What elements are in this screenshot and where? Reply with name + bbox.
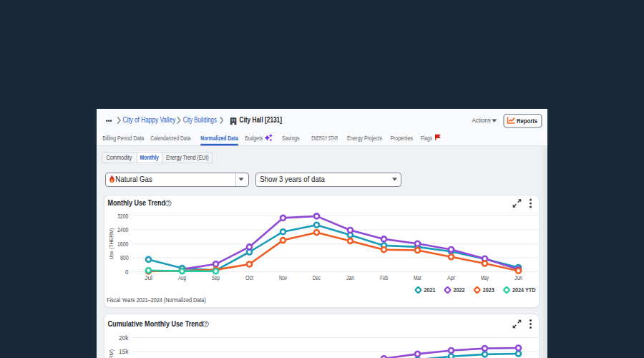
svg-text:Billing Period Data: Billing Period Data xyxy=(102,135,144,142)
svg-text:Jul: Jul xyxy=(145,274,152,281)
svg-text:0: 0 xyxy=(125,268,129,276)
svg-text:2024 YTD: 2024 YTD xyxy=(512,286,536,294)
svg-text:Natural Gas: Natural Gas xyxy=(115,175,152,183)
svg-text:Normalized Data: Normalized Data xyxy=(200,135,238,142)
svg-text:Energy Trend (EUI): Energy Trend (EUI) xyxy=(166,154,209,161)
svg-text:Properties: Properties xyxy=(390,135,413,142)
svg-text:Cumulative Monthly Use Trend: Cumulative Monthly Use Trend xyxy=(108,320,203,328)
svg-text:800: 800 xyxy=(120,254,129,261)
svg-text:Monthly: Monthly xyxy=(140,154,159,161)
svg-text:Aug: Aug xyxy=(178,274,186,281)
svg-text:Actions: Actions xyxy=(472,116,491,124)
svg-text:Use (THERM): Use (THERM) xyxy=(108,228,114,259)
svg-text:2023: 2023 xyxy=(483,286,494,294)
svg-text:Savings: Savings xyxy=(282,135,300,142)
svg-text:Calendarized Data: Calendarized Data xyxy=(150,135,190,142)
svg-text:Monthly Use Trend: Monthly Use Trend xyxy=(108,199,166,207)
svg-text:2400: 2400 xyxy=(117,226,129,233)
svg-text:Sep: Sep xyxy=(212,274,220,281)
svg-text:ENERGY STAR: ENERGY STAR xyxy=(311,135,338,142)
svg-text:Fiscal Years 2021–2024 (Normal: Fiscal Years 2021–2024 (Normalized Data) xyxy=(107,296,206,304)
svg-text:Mar: Mar xyxy=(414,274,421,281)
svg-text:Commodity: Commodity xyxy=(106,154,132,161)
svg-text:Jun: Jun xyxy=(514,274,522,281)
svg-text:3200: 3200 xyxy=(117,213,129,220)
svg-text:Dec: Dec xyxy=(313,274,321,281)
svg-text:Budgets: Budgets xyxy=(245,135,263,142)
svg-text:Jan: Jan xyxy=(346,274,354,281)
svg-text:Feb: Feb xyxy=(380,274,388,281)
svg-text:?: ? xyxy=(205,321,208,326)
svg-text:City Hall [2131]: City Hall [2131] xyxy=(240,116,283,124)
svg-text:City Buildings: City Buildings xyxy=(183,116,217,124)
svg-text:Flags: Flags xyxy=(421,135,432,142)
svg-text:Oct: Oct xyxy=(245,274,254,281)
svg-text:15k: 15k xyxy=(119,348,129,355)
svg-text:20k: 20k xyxy=(119,334,129,342)
svg-text:Apr: Apr xyxy=(447,274,455,281)
svg-text:?: ? xyxy=(167,200,170,205)
svg-text:Reports: Reports xyxy=(517,117,537,125)
svg-text:1600: 1600 xyxy=(117,241,129,248)
svg-text:May: May xyxy=(481,274,489,281)
svg-text:2021: 2021 xyxy=(424,286,436,294)
svg-text:Use (THERM): Use (THERM) xyxy=(108,349,114,358)
svg-text:Show 3 years of data: Show 3 years of data xyxy=(260,175,325,183)
svg-text:Energy Projects: Energy Projects xyxy=(347,135,382,142)
svg-text:Nov: Nov xyxy=(279,274,288,281)
svg-text:2022: 2022 xyxy=(454,286,465,294)
svg-text:City of Happy Valley: City of Happy Valley xyxy=(122,116,175,124)
